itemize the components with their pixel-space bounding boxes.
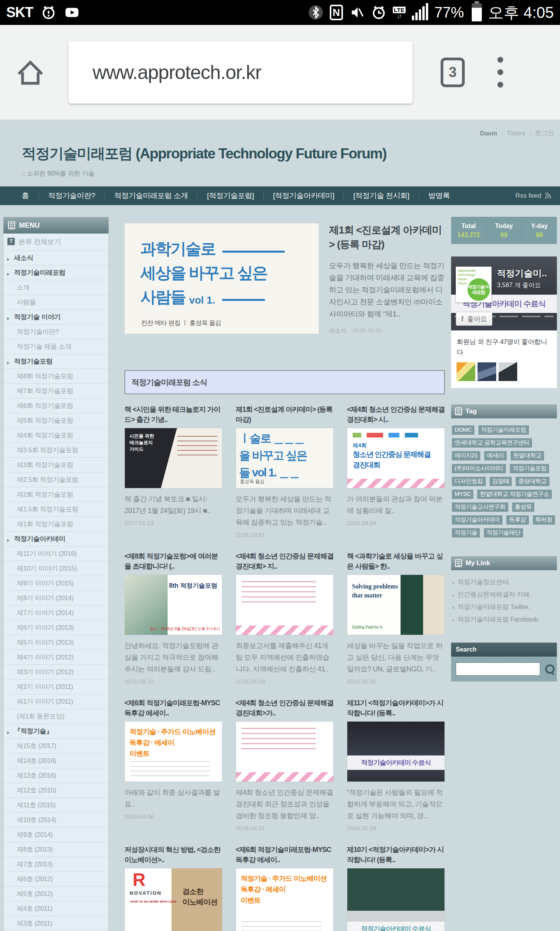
news-card-title[interactable]: <제4회 청소년 인간중심 문제해결 경진대회> 시..: [347, 404, 445, 425]
my-link-item[interactable]: ▪인간중심문제해결자 카페.: [453, 589, 555, 601]
news-card-title[interactable]: <제4회 청소년 인간중심 문제해결 경진대회> 지..: [236, 551, 334, 571]
tag-chip[interactable]: DOMC: [452, 425, 474, 435]
sidebar-item[interactable]: 제12호 (2015): [4, 783, 108, 797]
nav-item[interactable]: [적정기술아카데미]: [273, 191, 334, 201]
sidebar-item[interactable]: 제2기 이야기 (2011): [4, 679, 108, 694]
sidebar-item[interactable]: 제1회 적정기술포럼: [4, 516, 108, 531]
sidebar-item[interactable]: 제5회 적정기술포럼: [4, 413, 108, 428]
sidebar-item[interactable]: 제2회 적정기술포럼: [4, 487, 108, 502]
sidebar-item[interactable]: 제1.5회 적정기술포럼: [4, 502, 108, 516]
news-card-thumbnail[interactable]: RNOVATIONHOW TO DO MORE WITH LESS검소한 이노베…: [124, 868, 222, 931]
news-card-title[interactable]: <제8회 적정기술포럼>에 여러분을 초대합니다! (..: [124, 551, 222, 571]
sidebar-item[interactable]: 제3.5회 적정기술포럼: [4, 443, 108, 457]
news-card-thumbnail[interactable]: 적정기술 · 주가드 이노베이션독후감 · 에세이이벤트: [236, 868, 334, 931]
tag-chip[interactable]: 김정태: [490, 477, 512, 486]
my-link-item[interactable]: ▪적정기술정보센터.: [453, 576, 555, 589]
news-card-thumbnail[interactable]: ㅣ술로 ＿＿＿을 바꾸고 싶은들 vol 1. ＿＿홍성욱 옮김: [236, 428, 334, 488]
sidebar-item[interactable]: 제7호 (2013): [4, 857, 108, 871]
news-card-title[interactable]: 저성장시대의 혁신 방법, <검소한 이노베이션>..: [124, 845, 222, 865]
nav-item[interactable]: [적정기술 전시회]: [353, 191, 409, 201]
tag-chip[interactable]: (주)마이소사이어티: [452, 464, 506, 473]
sidebar-item[interactable]: 제5기 이야기 (2013): [4, 635, 108, 650]
featured-category-link[interactable]: 새소식: [329, 327, 346, 334]
tag-chip[interactable]: 적정기술교사연구회: [452, 502, 508, 512]
tag-chip[interactable]: 한밭대학교: [511, 451, 544, 460]
sidebar-item[interactable]: 제4기 이야기 (2012): [4, 650, 108, 664]
sidebar-section[interactable]: 적정기술아카데미: [4, 531, 108, 546]
sidebar-item[interactable]: 제7기 이야기 (2014): [4, 605, 108, 620]
search-icon[interactable]: [545, 664, 555, 674]
tag-chip[interactable]: 적정기술: [452, 528, 480, 538]
sidebar-item[interactable]: 제6기 이야기 (2013): [4, 620, 108, 635]
featured-image[interactable]: 과학기술로 세상을 바꾸고 싶은 사람들 vol 1. 칸잔 메타 편집 ㅣ 홍…: [124, 223, 319, 334]
tag-chip[interactable]: 홍성욱: [512, 502, 535, 512]
sidebar-item[interactable]: 제10기 이야기 (2015): [4, 561, 108, 576]
sidebar-item[interactable]: 적정기술이란?: [4, 324, 108, 339]
sidebar-item[interactable]: 제7회 적정기술포럼: [4, 383, 108, 398]
url-bar[interactable]: www.approtech.or.kr: [68, 41, 413, 104]
news-card-thumbnail[interactable]: 제4회청소년 인간중심 문제해결경진대회: [347, 428, 445, 488]
sidebar-item[interactable]: 제13호 (2016): [4, 768, 108, 783]
sidebar-item[interactable]: 사람들: [4, 295, 108, 309]
news-card-thumbnail[interactable]: 적정기술아카데미 수료식: [347, 721, 445, 782]
news-card-title[interactable]: 제11기 <적정기술아카데미>가 시작합니다! (등록..: [347, 698, 445, 718]
sidebar-item[interactable]: 제11호 (2015): [4, 797, 108, 812]
top-link[interactable]: 로그인: [535, 129, 554, 137]
nav-item[interactable]: 방명록: [428, 191, 450, 201]
tab-switcher-button[interactable]: 3: [441, 58, 465, 87]
site-title[interactable]: 적정기술미래포럼 (Appropriate Technology Future …: [22, 144, 554, 163]
sidebar-item[interactable]: 제11기 이야기 (2016): [4, 546, 108, 561]
sidebar-item[interactable]: 소개: [4, 280, 108, 295]
news-card-title[interactable]: 책 <시민을 위한 테크놀로지 가이드> 출간 기념..: [124, 404, 222, 425]
tag-chip[interactable]: 적정기술미래포럼: [478, 425, 529, 435]
news-card-thumbnail[interactable]: 8th 적정기술포럼일시 : 2016년 9월 24일(토) 오후 2시-6시: [124, 574, 222, 635]
facebook-like-button[interactable]: f 좋아요: [456, 312, 492, 326]
sidebar-item[interactable]: 제4호 (2011): [4, 901, 108, 916]
news-card-title[interactable]: <제6회 적정기술미래포럼-MYSC 독후감 에세이..: [236, 845, 334, 865]
sidebar-item[interactable]: 제8호 (2013): [4, 842, 108, 857]
nav-item[interactable]: 홈: [22, 191, 29, 201]
sidebar-item[interactable]: (제1회 동문모임): [4, 709, 108, 724]
news-card-thumbnail[interactable]: Solving problemsthat matterGetting Paid …: [347, 574, 445, 635]
sidebar-item[interactable]: 적정기술 제품 소개: [4, 339, 108, 354]
search-input[interactable]: [456, 662, 540, 676]
news-card-title[interactable]: 책 <과학기술로 세상을 바꾸고 싶은 사람들> 한..: [347, 551, 445, 571]
sidebar-item[interactable]: 제8회 적정기술포럼: [4, 369, 108, 383]
sidebar-item[interactable]: 제3기 이야기 (2012): [4, 664, 108, 679]
browser-menu-button[interactable]: [497, 57, 503, 88]
tag-chip[interactable]: 특허청: [533, 515, 555, 525]
nav-item[interactable]: [적정기술포럼]: [207, 191, 254, 201]
tag-chip[interactable]: 에세이: [484, 451, 507, 460]
nav-item[interactable]: 적정기술이란?: [48, 191, 95, 201]
sidebar-item[interactable]: 제8기 이야기 (2014): [4, 590, 108, 605]
home-button[interactable]: [14, 56, 47, 89]
sidebar-item[interactable]: 제6호 (2012): [4, 871, 108, 886]
facebook-page-name[interactable]: 적정기술미..: [497, 267, 547, 279]
sidebar-section[interactable]: 적정기술포럼: [4, 354, 108, 369]
tag-chip[interactable]: 디자인씽킹: [452, 477, 486, 486]
sidebar-section[interactable]: 『적정기술』: [4, 724, 108, 738]
sidebar-item[interactable]: 제10호 (2014): [4, 812, 108, 827]
sidebar-item[interactable]: 제14호 (2016): [4, 753, 108, 768]
top-link[interactable]: Daum: [480, 130, 497, 137]
tag-chip[interactable]: 적정기술아카데미: [452, 515, 502, 525]
sidebar-item[interactable]: 제4회 적정기술포럼: [4, 428, 108, 443]
rss-feed-link[interactable]: Rss feed: [515, 192, 551, 200]
sidebar-item[interactable]: 제2.5회 적정기술포럼: [4, 472, 108, 487]
nav-item[interactable]: 적정기술미래포럼 소개: [114, 191, 188, 201]
tag-chip[interactable]: MYSC: [452, 490, 473, 499]
sidebar-item[interactable]: 제3호 (2011): [4, 916, 108, 931]
tag-chip[interactable]: 적정기술재단: [484, 528, 523, 538]
tag-chip[interactable]: 에이지21: [452, 451, 480, 460]
sidebar-item[interactable]: 제15호 (2017): [4, 738, 108, 753]
news-card-thumbnail[interactable]: [236, 574, 334, 635]
tag-chip[interactable]: 중앙대학교: [516, 477, 550, 486]
sidebar-item[interactable]: 제9기 이야기 (2015): [4, 576, 108, 590]
tag-chip[interactable]: 적정기술포럼: [510, 464, 549, 473]
news-card-title[interactable]: 제10기 <적정기술아카데미>가 시작합니다! (등록..: [347, 845, 445, 865]
tag-chip[interactable]: 독후감: [506, 515, 529, 525]
sidebar-item[interactable]: 제3회 적정기술포럼: [4, 457, 108, 472]
sidebar-section[interactable]: 적정기술 이야기: [4, 309, 108, 324]
sidebar-item[interactable]: T분류 전체보기: [4, 234, 108, 250]
sidebar-section[interactable]: 새소식: [4, 250, 108, 265]
